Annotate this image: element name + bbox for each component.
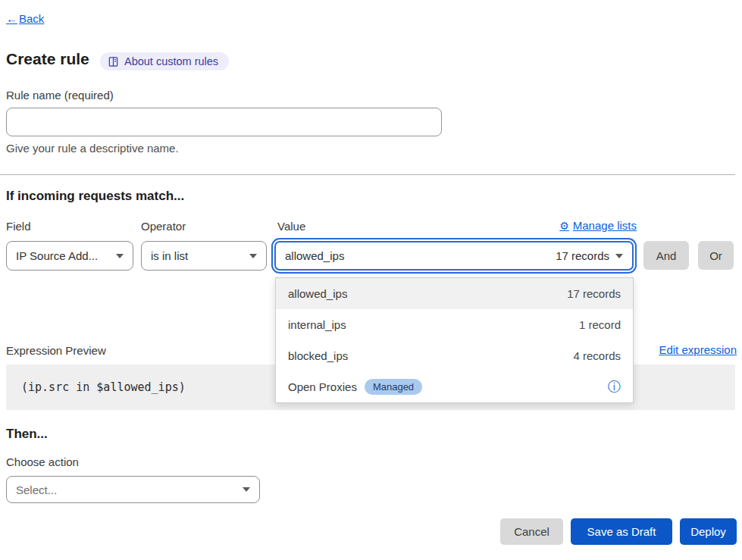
operator-label: Operator [141,220,186,233]
then-section-heading: Then... [6,427,48,442]
field-select-value: IP Source Add... [16,249,98,262]
chevron-down-icon [243,487,250,492]
rule-name-input[interactable] [6,108,442,136]
chevron-down-icon [116,254,124,258]
value-select-record-count: 17 records [556,249,609,262]
choose-action-label: Choose action [6,455,79,468]
value-label: Value [277,220,305,233]
manage-lists-link[interactable]: ⚙ Manage lists [559,219,637,232]
section-divider [0,174,735,175]
cancel-button[interactable]: Cancel [500,518,563,545]
operator-select[interactable]: is in list [141,241,267,271]
arrow-left-icon: ← [6,12,17,25]
list-option-name: internal_ips [288,318,346,331]
match-section-heading: If incoming requests match... [6,189,184,204]
value-select[interactable]: allowed_ips 17 records [274,241,634,271]
about-custom-rules-link[interactable]: About custom rules [100,52,229,70]
expression-code: (ip.src in $allowed_ips) [21,380,186,394]
expression-preview-label: Expression Preview [6,344,106,357]
list-option-blocked-ips[interactable]: blocked_ips 4 records [276,340,633,371]
info-icon[interactable]: ⓘ [608,380,621,393]
field-select[interactable]: IP Source Add... [6,241,133,271]
about-badge-label: About custom rules [124,55,218,67]
action-select[interactable]: Select... [6,476,260,503]
deploy-button[interactable]: Deploy [680,518,737,545]
back-link-label: Back [19,12,44,25]
list-option-record-count: 1 record [579,318,621,331]
list-option-record-count: 4 records [573,349,621,362]
page-title: Create rule [6,50,89,68]
managed-badge: Managed [365,379,422,395]
list-option-name: Open Proxies [288,380,357,393]
and-button[interactable]: And [643,241,689,270]
book-icon [108,56,119,67]
edit-expression-link[interactable]: Edit expression [659,343,737,356]
list-option-internal-ips[interactable]: internal_ips 1 record [276,309,633,340]
list-option-name: blocked_ips [288,349,348,362]
create-rule-page: ← Back Create rule About custom rules Ru… [0,0,742,560]
gear-icon: ⚙ [559,220,569,232]
chevron-down-icon [615,254,623,258]
chevron-down-icon [249,254,257,258]
value-select-value: allowed_ips [285,249,344,262]
list-dropdown-panel: allowed_ips 17 records internal_ips 1 re… [275,277,634,403]
list-option-allowed-ips[interactable]: allowed_ips 17 records [276,278,633,309]
save-as-draft-button[interactable]: Save as Draft [571,518,672,545]
rule-name-helper: Give your rule a descriptive name. [6,142,179,155]
manage-lists-label: Manage lists [573,219,637,232]
list-option-open-proxies[interactable]: Open Proxies Managed ⓘ [276,371,633,402]
rule-name-label: Rule name (required) [6,89,114,102]
list-option-name: allowed_ips [288,287,347,300]
operator-select-value: is in list [151,249,188,262]
list-option-record-count: 17 records [567,287,621,300]
action-select-placeholder: Select... [16,483,57,496]
or-button[interactable]: Or [698,241,734,270]
field-label: Field [6,220,31,233]
back-link[interactable]: ← Back [6,12,44,25]
